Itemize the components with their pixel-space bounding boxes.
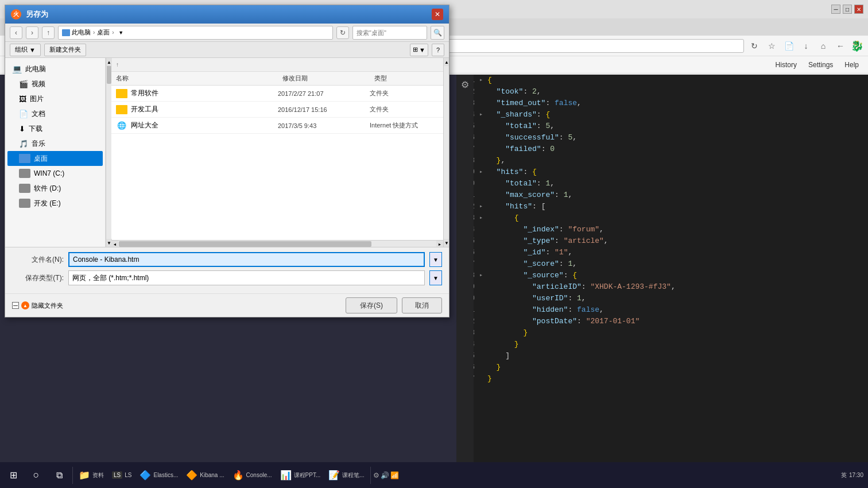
nav-item-drive-d[interactable]: 软件 (D:) (7, 181, 103, 196)
scroll-left-button[interactable]: ◄ (111, 241, 118, 247)
breadcrumb-separator-2: › (112, 29, 114, 36)
nav-label-desktop: 桌面 (34, 154, 48, 164)
nav-label-drive-c: WIN7 (C:) (34, 169, 64, 177)
file-column-headers: 名称 修改日期 类型 (111, 72, 443, 86)
dialog-close-button[interactable]: ✕ (432, 9, 443, 20)
documents-nav-icon: 📄 (19, 110, 28, 118)
folder-icon-changyong (116, 89, 127, 98)
col-header-name[interactable]: 名称 (111, 74, 278, 83)
dialog-title: 另存为 (26, 9, 427, 20)
hide-folders-checkbox[interactable] (12, 302, 19, 309)
nav-item-video[interactable]: 🎬 视频 (7, 76, 103, 91)
file-sort-header: ↑ (111, 58, 443, 72)
h-scrollbar-thumb[interactable] (119, 241, 371, 247)
hide-folders-row[interactable]: ▲ 隐藏文件夹 (12, 301, 63, 310)
nav-item-pictures[interactable]: 🖼 图片 (7, 91, 103, 106)
cancel-button[interactable]: 取消 (402, 297, 442, 313)
file-type-wangzhi: Internet 快捷方式 (370, 121, 443, 130)
folder-icon-kaifagongju (116, 105, 127, 114)
dialog-buttons-area: ▲ 隐藏文件夹 保存(S) 取消 (5, 293, 449, 317)
refresh-location-button[interactable]: ↻ (336, 26, 349, 39)
right-scroll-down[interactable]: ▼ (444, 239, 449, 247)
view-button[interactable]: ⊞ ▼ (410, 44, 428, 56)
computer-icon (62, 29, 70, 36)
file-label-changyong: 常用软件 (131, 88, 158, 98)
breadcrumb-separator-1: › (93, 29, 95, 36)
filetype-input[interactable] (68, 270, 425, 285)
filename-input[interactable] (68, 252, 425, 267)
nav-label-drive-e: 开发 (E:) (34, 199, 61, 208)
filetype-label: 保存类型(T): (12, 273, 64, 283)
breadcrumb-desktop-label: 桌面 (97, 28, 110, 37)
dialog-back-button[interactable]: ‹ (10, 26, 22, 39)
view-dropdown-icon: ▼ (419, 47, 425, 53)
file-type-kaifagongju: 文件夹 (370, 105, 443, 114)
nav-label-music: 音乐 (32, 139, 45, 149)
hide-folders-label: 隐藏文件夹 (32, 301, 63, 310)
nav-item-desktop[interactable]: 桌面 (7, 151, 103, 166)
nav-item-music[interactable]: 🎵 音乐 (7, 136, 103, 151)
drive-d-icon (19, 184, 30, 193)
filetype-dropdown-button[interactable]: ▼ (429, 270, 442, 285)
dialog-secondary-toolbar: 组织 ▼ 新建文件夹 ⊞ ▼ ? (5, 42, 449, 58)
nav-item-computer[interactable]: 💻 此电脑 (7, 61, 103, 76)
filename-label: 文件名(N): (12, 255, 64, 265)
filename-row: 文件名(N): ▼ (12, 252, 442, 267)
new-folder-label: 新建文件夹 (49, 46, 81, 53)
breadcrumb-dropdown[interactable]: ▼ (117, 28, 126, 37)
dialog-left-nav: 💻 此电脑 🎬 视频 🖼 图片 📄 文档 ⬇ 下载 (5, 58, 106, 247)
nav-item-downloads[interactable]: ⬇ 下载 (7, 121, 103, 136)
scroll-right-button[interactable]: ► (436, 241, 443, 247)
save-button[interactable]: 保存(S) (346, 297, 397, 313)
bottom-scrollbar[interactable]: ◄ ► (111, 240, 443, 247)
file-list-area: ↑ 名称 修改日期 类型 常用软件 2017/2/27 21:07 文件夹 (111, 58, 443, 247)
col-header-type[interactable]: 类型 (370, 74, 443, 83)
search-button[interactable]: 🔍 (431, 26, 444, 40)
filename-area: 文件名(N): ▼ 保存类型(T): ▼ (5, 247, 449, 293)
help-button[interactable]: ? (432, 44, 444, 56)
filename-dropdown-button[interactable]: ▼ (429, 252, 442, 267)
search-input[interactable] (352, 26, 427, 40)
file-item-wangzhi[interactable]: 🌐 网址大全 2017/3/5 9:43 Internet 快捷方式 (111, 118, 443, 134)
collapse-icon: ▲ (21, 301, 29, 309)
right-scrollbar[interactable]: ▲ ▼ (443, 58, 449, 247)
save-dialog: 火 另存为 ✕ ‹ › ↑ 此电脑 › 桌面 › ▼ ↻ 🔍 (5, 5, 450, 317)
dialog-toolbar: ‹ › ↑ 此电脑 › 桌面 › ▼ ↻ 🔍 (5, 24, 449, 42)
file-list-empty (111, 134, 443, 240)
dialog-up-button[interactable]: ↑ (42, 26, 55, 39)
internet-icon-wangzhi: 🌐 (116, 121, 127, 130)
file-type-changyong: 文件夹 (370, 89, 443, 98)
file-date-changyong: 2017/2/27 21:07 (278, 90, 370, 97)
breadcrumb-computer[interactable]: 此电脑 (62, 28, 91, 37)
nav-item-documents[interactable]: 📄 文档 (7, 106, 103, 121)
scroll-up-button[interactable]: ▲ (106, 58, 112, 66)
sort-arrow[interactable]: ↑ (116, 61, 119, 68)
computer-nav-icon: 💻 (12, 64, 22, 73)
checkbox-line (13, 305, 18, 306)
nav-item-drive-c[interactable]: WIN7 (C:) (7, 166, 103, 181)
left-scrollbar[interactable]: ▲ ▼ (106, 58, 111, 247)
file-item-changyong[interactable]: 常用软件 2017/2/27 21:07 文件夹 (111, 86, 443, 102)
organize-button[interactable]: 组织 ▼ (10, 44, 41, 56)
dialog-forward-button[interactable]: › (26, 26, 38, 39)
view-icon: ⊞ (413, 46, 418, 53)
right-scroll-up[interactable]: ▲ (444, 58, 449, 66)
downloads-nav-icon: ⬇ (19, 125, 25, 133)
file-name-changyong: 常用软件 (111, 88, 278, 98)
file-name-wangzhi: 🌐 网址大全 (111, 121, 278, 130)
new-folder-button[interactable]: 新建文件夹 (44, 44, 86, 56)
drive-c-icon (19, 169, 30, 178)
dialog-content: 💻 此电脑 🎬 视频 🖼 图片 📄 文档 ⬇ 下载 (5, 58, 449, 247)
col-header-date[interactable]: 修改日期 (278, 74, 370, 83)
file-item-kaifagongju[interactable]: 开发工具 2016/12/17 15:16 文件夹 (111, 102, 443, 118)
dialog-titlebar: 火 另存为 ✕ (5, 5, 449, 24)
desktop-nav-icon (19, 154, 30, 163)
nav-label-drive-d: 软件 (D:) (34, 184, 61, 193)
file-date-wangzhi: 2017/3/5 9:43 (278, 122, 370, 129)
music-nav-icon: 🎵 (19, 140, 28, 148)
file-label-wangzhi: 网址大全 (131, 121, 158, 130)
nav-item-drive-e[interactable]: 开发 (E:) (7, 196, 103, 211)
organize-dropdown-icon: ▼ (29, 47, 36, 53)
nav-label-documents: 文档 (32, 109, 45, 119)
filetype-row: 保存类型(T): ▼ (12, 270, 442, 285)
